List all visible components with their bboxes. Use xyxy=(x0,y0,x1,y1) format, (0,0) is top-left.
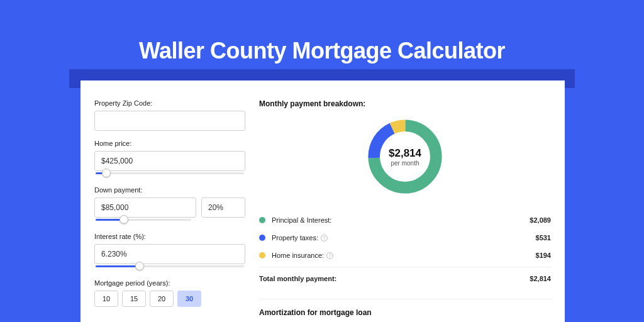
period-30[interactable]: 30 xyxy=(177,291,201,307)
breakdown-title: Monthly payment breakdown: xyxy=(259,99,551,108)
legend-amount-total: $2,814 xyxy=(530,275,551,282)
legend-label: Home insurance: xyxy=(272,252,324,259)
breakdown-column: Monthly payment breakdown: $2,814 per xyxy=(259,99,551,322)
dot-icon xyxy=(259,217,265,223)
legend-amount: $2,089 xyxy=(530,216,551,224)
amortization-title: Amortization for mortgage loan xyxy=(259,308,551,317)
period-label: Mortgage period (years): xyxy=(94,279,245,287)
breakdown-donut: $2,814 per month xyxy=(364,116,446,197)
info-icon[interactable]: ? xyxy=(321,235,328,242)
legend-label-total: Total monthly payment: xyxy=(259,275,336,282)
rate-input[interactable] xyxy=(94,244,245,264)
legend-label: Principal & Interest: xyxy=(272,216,331,224)
rate-group: Interest rate (%): xyxy=(94,233,245,270)
legend-row-principal: Principal & Interest: $2,089 xyxy=(259,211,551,229)
calculator-card: Property Zip Code: Home price: Down paym… xyxy=(80,80,565,322)
rate-slider[interactable] xyxy=(94,263,245,270)
dot-icon xyxy=(259,235,265,241)
period-group: Mortgage period (years): 10 15 20 30 xyxy=(94,279,245,307)
form-column: Property Zip Code: Home price: Down paym… xyxy=(94,99,245,322)
page-title: Waller County Mortgage Calculator xyxy=(0,0,644,64)
down-group: Down payment: xyxy=(94,186,245,224)
down-amount-input[interactable] xyxy=(94,197,196,218)
price-group: Home price: xyxy=(94,140,245,177)
donut-sub: per month xyxy=(391,160,419,167)
amortization-section: Amortization for mortgage loan Amortizat… xyxy=(259,299,551,322)
period-15[interactable]: 15 xyxy=(122,291,146,307)
period-options: 10 15 20 30 xyxy=(94,291,245,307)
price-label: Home price: xyxy=(94,140,245,147)
down-label: Down payment: xyxy=(94,186,245,194)
donut-total: $2,814 xyxy=(389,147,421,160)
legend-amount: $194 xyxy=(536,252,551,259)
price-input[interactable] xyxy=(94,151,245,171)
price-slider[interactable] xyxy=(94,170,245,177)
legend-row-insurance: Home insurance: ? $194 xyxy=(259,247,551,264)
info-icon[interactable]: ? xyxy=(326,252,333,259)
dot-icon xyxy=(259,252,265,258)
zip-group: Property Zip Code: xyxy=(94,99,245,131)
period-20[interactable]: 20 xyxy=(150,291,174,307)
period-10[interactable]: 10 xyxy=(94,291,118,307)
down-percent-input[interactable] xyxy=(201,197,245,218)
rate-label: Interest rate (%): xyxy=(94,233,245,240)
legend: Principal & Interest: $2,089 Property ta… xyxy=(259,211,551,287)
zip-input[interactable] xyxy=(94,111,245,131)
down-slider[interactable] xyxy=(94,216,192,224)
zip-label: Property Zip Code: xyxy=(94,99,245,107)
legend-row-taxes: Property taxes: ? $531 xyxy=(259,229,551,247)
legend-row-total: Total monthly payment: $2,814 xyxy=(259,267,551,287)
legend-amount: $531 xyxy=(536,234,551,242)
legend-label: Property taxes: xyxy=(272,234,318,242)
